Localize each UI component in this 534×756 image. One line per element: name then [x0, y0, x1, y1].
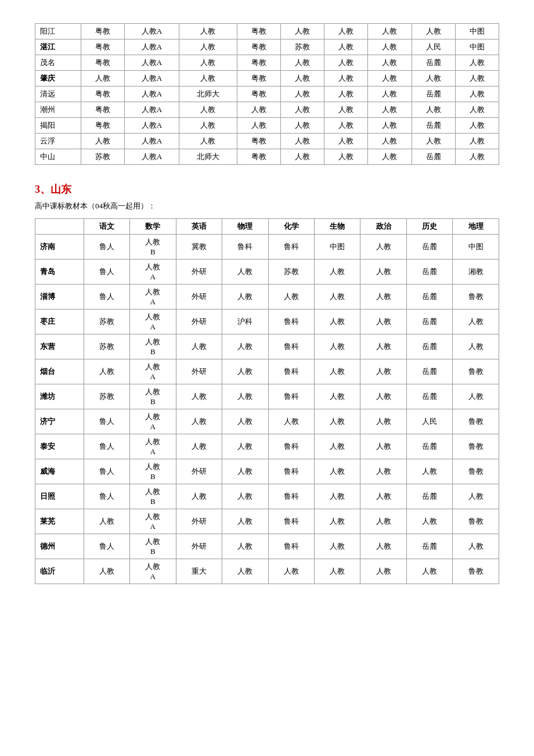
city-cell: 威海 [35, 459, 84, 484]
table-row: 济宁鲁人人教A人教人教人教人教人教人民鲁教 [35, 409, 499, 434]
subject-cell: 沪科 [222, 309, 268, 334]
table-row: 青岛鲁人人教A外研人教苏教人教人教岳麓湘教 [35, 260, 499, 285]
subject-cell: 鲁科 [268, 235, 314, 260]
city-cell: 阳江 [35, 24, 81, 39]
subject-cell: 人教 [314, 434, 360, 459]
subject-cell: 人教 [368, 102, 412, 118]
city-cell: 潮州 [35, 102, 81, 118]
subject-cell: 人教 [360, 260, 406, 285]
table-row: 临沂人教人教A重大人教人教人教人教人教鲁教 [35, 559, 499, 584]
subject-cell: 人教 [84, 559, 129, 584]
subject-cell: 人教 [314, 409, 360, 434]
subject-cell: 人教 [453, 484, 499, 509]
subject-cell: 人教B [130, 534, 176, 559]
subject-cell: 人教 [360, 359, 406, 384]
subject-cell: 人教 [360, 509, 406, 534]
subject-cell: 苏教 [268, 260, 314, 285]
subject-cell: 人教 [406, 459, 452, 484]
subject-cell: 中图 [453, 235, 499, 260]
subject-cell: 人教 [280, 149, 324, 165]
subject-cell: 粤教 [81, 87, 125, 102]
subject-cell: 人教A [125, 149, 179, 165]
subject-cell: 人教A [125, 55, 179, 71]
subject-cell: 人教 [455, 87, 499, 102]
subject-cell: 鲁人 [84, 484, 129, 509]
subject-cell: 人教 [360, 334, 406, 359]
city-cell: 揭阳 [35, 118, 81, 134]
column-header: 历史 [406, 219, 452, 235]
subject-cell: 鲁人 [84, 260, 129, 285]
subject-cell: 鲁教 [453, 434, 499, 459]
subject-cell: 粤教 [237, 55, 280, 71]
subject-cell: 人教 [237, 102, 280, 118]
subject-cell: 人教 [324, 149, 368, 165]
city-cell: 云浮 [35, 134, 81, 149]
subject-cell: 人教 [412, 24, 455, 39]
subject-cell: 中图 [314, 235, 360, 260]
subject-cell: 人教 [176, 409, 222, 434]
subject-cell: 人教A [130, 285, 176, 309]
subject-cell: 鲁科 [222, 235, 268, 260]
subject-cell: 岳麓 [406, 534, 452, 559]
subject-cell: 人教 [368, 39, 412, 55]
subject-cell: 人教 [360, 235, 406, 260]
subject-cell: 人教 [314, 334, 360, 359]
subject-cell: 人教 [360, 459, 406, 484]
column-header: 数学 [130, 219, 176, 235]
subject-cell: 鲁教 [453, 559, 499, 584]
subject-cell: 粤教 [81, 39, 125, 55]
city-cell: 莱芜 [35, 509, 84, 534]
subject-cell: 粤教 [237, 87, 280, 102]
subject-cell: 人教 [280, 55, 324, 71]
subject-cell: 鲁科 [268, 309, 314, 334]
subject-cell: 鲁科 [268, 484, 314, 509]
subject-cell: 岳麓 [406, 235, 452, 260]
subject-cell: 鲁科 [268, 534, 314, 559]
subject-cell: 岳麓 [412, 149, 455, 165]
subject-cell: 人教 [453, 309, 499, 334]
subject-cell: 岳麓 [406, 359, 452, 384]
subject-cell: 人教B [130, 484, 176, 509]
city-cell: 日照 [35, 484, 84, 509]
subject-cell: 人教 [314, 359, 360, 384]
subject-cell: 人教 [222, 384, 268, 409]
subject-cell: 粤教 [237, 149, 280, 165]
subject-cell: 岳麓 [406, 384, 452, 409]
subject-cell: 人教 [84, 359, 129, 384]
table-row: 潍坊苏教人教B人教人教鲁科人教人教岳麓人教 [35, 384, 499, 409]
subject-cell: 鲁科 [268, 459, 314, 484]
city-cell: 德州 [35, 534, 84, 559]
city-cell: 泰安 [35, 434, 84, 459]
column-header: 政治 [360, 219, 406, 235]
subject-cell: 鲁人 [84, 409, 129, 434]
subject-cell: 人教 [179, 39, 237, 55]
subject-cell: 人教 [176, 384, 222, 409]
subject-cell: 苏教 [84, 384, 129, 409]
subject-cell: 粤教 [237, 71, 280, 87]
subject-cell: 人教 [222, 285, 268, 309]
subject-cell: 岳麓 [406, 434, 452, 459]
table-row: 莱芜人教人教A外研人教鲁科人教人教人教鲁教 [35, 509, 499, 534]
subject-cell: 人教 [368, 71, 412, 87]
subject-cell: 人教A [125, 134, 179, 149]
column-header: 化学 [268, 219, 314, 235]
city-cell: 东营 [35, 334, 84, 359]
subject-cell: 人教 [360, 285, 406, 309]
subject-cell: 鲁教 [453, 459, 499, 484]
subject-cell: 人教B [130, 334, 176, 359]
subject-cell: 人教 [314, 509, 360, 534]
guangdong-table: 阳江粤教人教A人教粤教人教人教人教人教中图湛江粤教人教A人教粤教苏教人教人教人民… [35, 23, 499, 165]
subject-cell: 人教 [314, 384, 360, 409]
subject-cell: 人教 [176, 334, 222, 359]
subject-cell: 鲁科 [268, 434, 314, 459]
subject-cell: 岳麓 [406, 484, 452, 509]
subject-cell: 人教 [455, 149, 499, 165]
subject-cell: 人民 [406, 409, 452, 434]
table-row: 济南鲁人人教B冀教鲁科鲁科中图人教岳麓中图 [35, 235, 499, 260]
subject-cell: 人教 [222, 359, 268, 384]
subject-cell: 外研 [176, 459, 222, 484]
subject-cell: 苏教 [81, 149, 125, 165]
subject-cell: 鲁科 [268, 509, 314, 534]
section3-title: 3、山东 [35, 182, 499, 196]
subject-cell: 鲁人 [84, 235, 129, 260]
